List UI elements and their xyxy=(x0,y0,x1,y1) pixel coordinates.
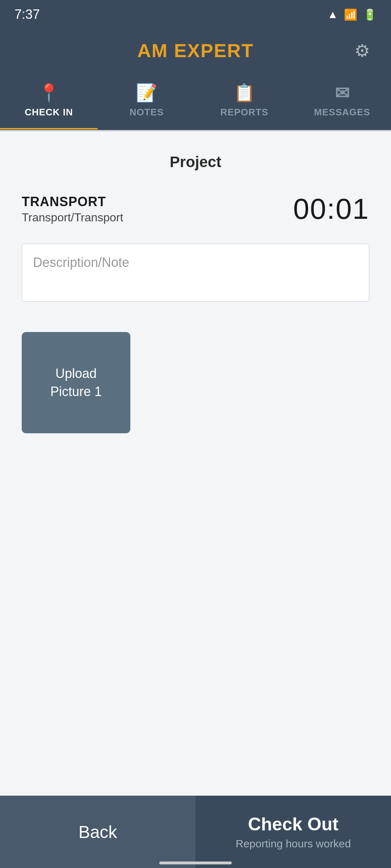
status-icons: ▲ 📶 🔋 xyxy=(327,8,377,21)
wifi-icon: ▲ xyxy=(327,8,338,21)
settings-button[interactable]: ⚙ xyxy=(348,36,377,65)
home-indicator xyxy=(159,861,232,864)
upload-label: UploadPicture 1 xyxy=(50,365,102,401)
back-button[interactable]: Back xyxy=(0,796,196,868)
tab-checkin-label: CHECK IN xyxy=(25,107,73,118)
app-title: AM EXPERT xyxy=(43,40,348,61)
project-name: TRANSPORT xyxy=(22,194,123,209)
checkout-button[interactable]: Check Out Reporting hours worked xyxy=(196,796,391,868)
description-input[interactable] xyxy=(22,244,369,302)
tab-checkin[interactable]: 📍 CHECK IN xyxy=(0,72,98,129)
reports-icon: 📋 xyxy=(234,83,256,103)
back-label: Back xyxy=(79,822,117,842)
tab-bar: 📍 CHECK IN 📝 NOTES 📋 REPORTS ✉ MESSAGES xyxy=(0,72,391,130)
project-sub: Transport/Transport xyxy=(22,211,123,224)
tab-reports-label: REPORTS xyxy=(220,107,269,118)
bottom-action-bar: Back Check Out Reporting hours worked xyxy=(0,796,391,868)
gear-icon: ⚙ xyxy=(354,41,370,61)
app-header: AM EXPERT ⚙ xyxy=(0,29,391,72)
upload-section: UploadPicture 1 xyxy=(22,332,369,433)
project-timer: 00:01 xyxy=(293,192,369,226)
checkout-title: Check Out xyxy=(248,814,339,835)
tab-notes-label: NOTES xyxy=(130,107,164,118)
status-bar: 7:37 ▲ 📶 🔋 xyxy=(0,0,391,29)
battery-icon: 🔋 xyxy=(363,8,377,21)
section-title: Project xyxy=(22,153,369,171)
tab-reports[interactable]: 📋 REPORTS xyxy=(196,72,293,129)
messages-icon: ✉ xyxy=(335,83,350,103)
project-row: TRANSPORT Transport/Transport 00:01 xyxy=(22,192,369,226)
project-info: TRANSPORT Transport/Transport xyxy=(22,194,123,224)
notes-icon: 📝 xyxy=(136,83,158,103)
checkin-icon: 📍 xyxy=(38,83,60,103)
main-content: Project TRANSPORT Transport/Transport 00… xyxy=(0,132,391,796)
tab-messages[interactable]: ✉ MESSAGES xyxy=(293,72,391,129)
signal-icon: 📶 xyxy=(344,8,357,21)
tab-notes[interactable]: 📝 NOTES xyxy=(98,72,196,129)
upload-picture-button[interactable]: UploadPicture 1 xyxy=(22,332,130,433)
tab-messages-label: MESSAGES xyxy=(314,107,370,118)
checkout-sub: Reporting hours worked xyxy=(236,838,351,850)
time-display: 7:37 xyxy=(14,7,40,22)
